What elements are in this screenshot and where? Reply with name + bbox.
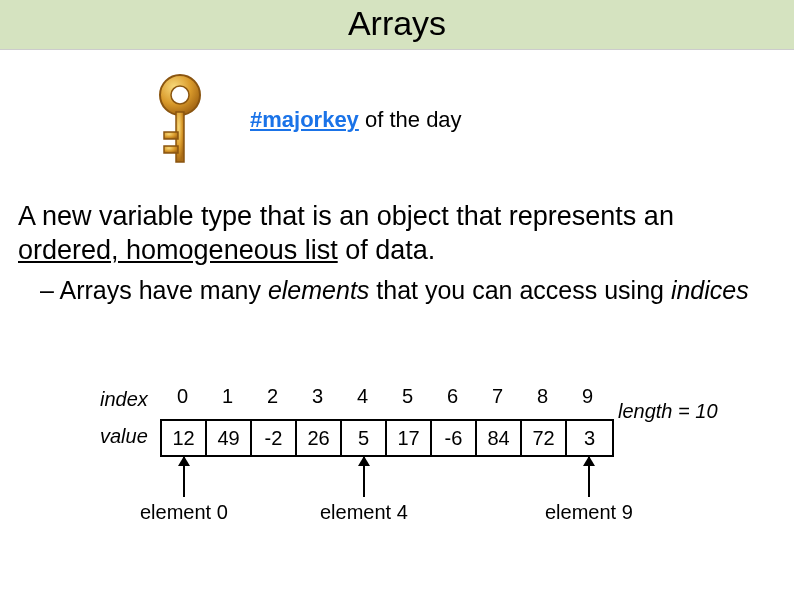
page-title: Arrays bbox=[0, 4, 794, 43]
hashtag-link[interactable]: #majorkey bbox=[250, 107, 359, 132]
index-cell: 7 bbox=[475, 385, 520, 413]
pointer-label-4: element 4 bbox=[320, 501, 408, 524]
desc-underlined: ordered, homogeneous list bbox=[18, 235, 338, 265]
pointer-element-9: element 9 bbox=[545, 457, 633, 524]
length-label: length = 10 bbox=[618, 400, 718, 423]
index-cell: 4 bbox=[340, 385, 385, 413]
value-row-label: value bbox=[100, 419, 160, 457]
pointer-label-9: element 9 bbox=[545, 501, 633, 524]
index-cell: 8 bbox=[520, 385, 565, 413]
subdesc-mid: that you can access using bbox=[369, 276, 671, 304]
value-row: value 1249-226517-684723 length = 10 bbox=[100, 419, 740, 457]
value-cell: -6 bbox=[432, 421, 477, 455]
array-diagram: index 0123456789 value 1249-226517-68472… bbox=[100, 385, 740, 537]
arrow-icon bbox=[363, 457, 365, 497]
value-cell: 3 bbox=[567, 421, 612, 455]
desc-post: of data. bbox=[338, 235, 436, 265]
index-cell: 3 bbox=[295, 385, 340, 413]
svg-point-1 bbox=[171, 86, 189, 104]
index-cell: 1 bbox=[205, 385, 250, 413]
sub-description: – Arrays have many elements that you can… bbox=[0, 268, 794, 305]
index-cell: 9 bbox=[565, 385, 610, 413]
subdesc-pre: – Arrays have many bbox=[40, 276, 268, 304]
value-cell: 5 bbox=[342, 421, 387, 455]
index-cell: 2 bbox=[250, 385, 295, 413]
hashtag-text: #majorkey of the day bbox=[250, 107, 462, 133]
subdesc-elements: elements bbox=[268, 276, 369, 304]
subdesc-indices: indices bbox=[671, 276, 749, 304]
svg-rect-4 bbox=[164, 146, 178, 153]
arrow-icon bbox=[588, 457, 590, 497]
title-bar: Arrays bbox=[0, 0, 794, 50]
index-cell: 6 bbox=[430, 385, 475, 413]
svg-rect-3 bbox=[164, 132, 178, 139]
value-cell: 84 bbox=[477, 421, 522, 455]
desc-pre: A new variable type that is an object th… bbox=[18, 201, 674, 231]
value-cell: 26 bbox=[297, 421, 342, 455]
index-row-label: index bbox=[100, 385, 160, 413]
arrow-icon bbox=[183, 457, 185, 497]
pointer-label-0: element 0 bbox=[140, 501, 228, 524]
value-cell: 49 bbox=[207, 421, 252, 455]
index-cell: 0 bbox=[160, 385, 205, 413]
pointer-element-4: element 4 bbox=[320, 457, 408, 524]
hashtag-suffix: of the day bbox=[359, 107, 462, 132]
hashtag-row: #majorkey of the day bbox=[140, 70, 794, 170]
value-cell: 12 bbox=[162, 421, 207, 455]
value-cell: 72 bbox=[522, 421, 567, 455]
main-description: A new variable type that is an object th… bbox=[0, 200, 794, 268]
element-pointers: element 0 element 4 element 9 bbox=[100, 457, 740, 537]
value-cell: -2 bbox=[252, 421, 297, 455]
pointer-element-0: element 0 bbox=[140, 457, 228, 524]
value-cell: 17 bbox=[387, 421, 432, 455]
key-icon bbox=[140, 70, 220, 170]
index-cell: 5 bbox=[385, 385, 430, 413]
